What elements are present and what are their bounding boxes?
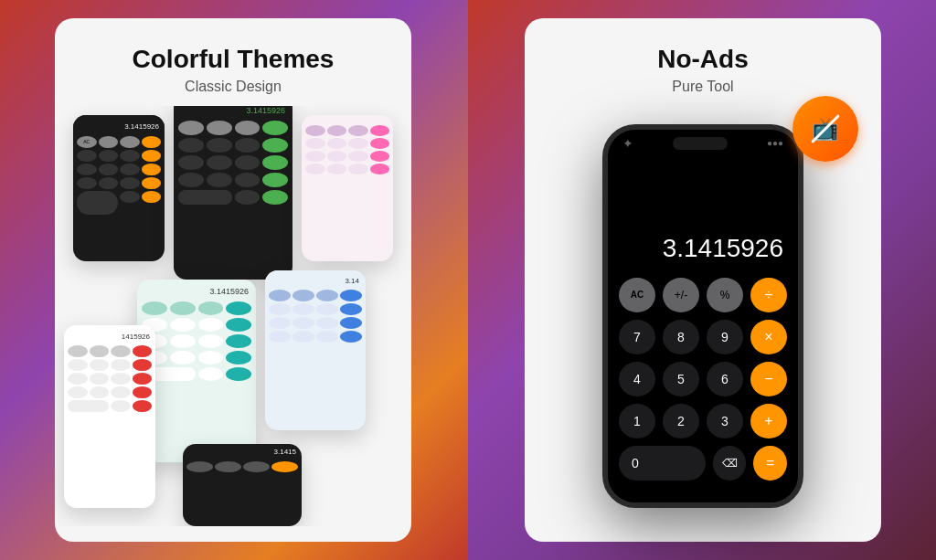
no-ads-badge-inner: 📺	[812, 116, 839, 142]
keypad-row-5: 0 ⌫ =	[619, 446, 787, 481]
phone-status-bar: ✦ ●●●	[608, 130, 798, 157]
btn-add[interactable]: +	[750, 404, 787, 438]
btn-3[interactable]: 3	[707, 404, 743, 438]
calc-thumb-green: 3.1415926	[174, 106, 292, 280]
btn-4[interactable]: 4	[619, 362, 655, 396]
right-card: No-Ads Pure Tool 📺 ✦ ●●● 3.	[525, 18, 881, 542]
calculator-thumbnails: 3.1415926 AC	[55, 106, 411, 526]
btn-2[interactable]: 2	[663, 404, 699, 438]
calc-thumb-blue: 3.14	[265, 270, 366, 430]
right-card-header: No-Ads Pure Tool	[525, 18, 881, 106]
sparkle-icon: ✦	[622, 136, 633, 151]
right-card-title: No-Ads	[543, 44, 863, 75]
right-card-subtitle: Pure Tool	[543, 79, 863, 95]
left-card-header: Colorful Themes Classic Design	[55, 18, 411, 106]
btn-sign[interactable]: +/-	[663, 278, 699, 312]
no-ads-badge: 📺	[792, 96, 858, 162]
btn-9[interactable]: 9	[707, 320, 743, 354]
display-value: 3.1415926	[663, 234, 783, 263]
btn-1[interactable]: 1	[619, 404, 655, 438]
calc-thumb-red: 1415926	[64, 325, 155, 508]
left-card-subtitle: Classic Design	[73, 79, 393, 95]
btn-7[interactable]: 7	[619, 320, 655, 354]
left-card: Colorful Themes Classic Design 3.1415926…	[55, 18, 411, 542]
btn-ac[interactable]: AC	[619, 278, 655, 312]
btn-0[interactable]: 0	[619, 446, 706, 481]
keypad-row-2: 7 8 9 ×	[619, 320, 787, 354]
phone-display: 3.1415926	[608, 157, 798, 270]
calc-thumb-dark: 3.1415926 AC	[73, 115, 165, 261]
btn-divide[interactable]: ÷	[750, 278, 787, 312]
phone-keypad: AC +/- % ÷ 7 8 9 × 4 5	[608, 270, 798, 502]
phone-inner: ✦ ●●● 3.1415926 AC +/- % ÷	[608, 130, 798, 502]
btn-8[interactable]: 8	[663, 320, 699, 354]
keypad-row-3: 4 5 6 −	[619, 362, 787, 396]
dynamic-island	[673, 137, 728, 150]
btn-subtract[interactable]: −	[750, 362, 787, 396]
btn-backspace[interactable]: ⌫	[713, 446, 747, 481]
keypad-row-1: AC +/- % ÷	[619, 278, 787, 312]
calc-thumb-pink	[302, 115, 393, 261]
tv-icon: 📺	[812, 116, 839, 142]
btn-percent[interactable]: %	[707, 278, 743, 312]
left-card-title: Colorful Themes	[73, 44, 393, 75]
btn-equals[interactable]: =	[753, 446, 787, 481]
btn-6[interactable]: 6	[707, 362, 743, 396]
btn-multiply[interactable]: ×	[750, 320, 787, 354]
btn-5[interactable]: 5	[663, 362, 699, 396]
keypad-row-4: 1 2 3 +	[619, 404, 787, 438]
calc-thumb-bottom: 3.1415	[183, 444, 302, 526]
phone-container: ✦ ●●● 3.1415926 AC +/- % ÷	[525, 106, 881, 526]
status-icons: ●●●	[767, 138, 783, 148]
phone-mockup: ✦ ●●● 3.1415926 AC +/- % ÷	[602, 124, 803, 508]
